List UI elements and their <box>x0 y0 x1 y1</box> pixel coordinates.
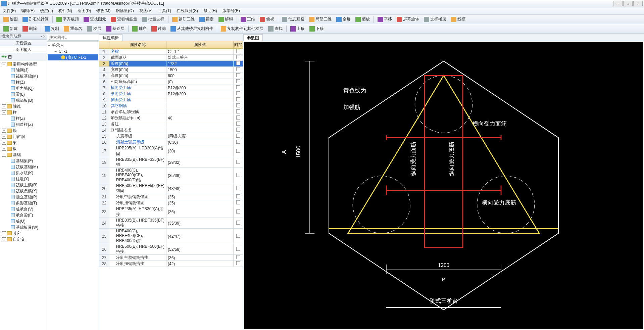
toolbar-button[interactable]: 基础层 <box>104 25 127 33</box>
toolbar-button[interactable]: 三维 <box>239 16 257 23</box>
minimize-button[interactable]: — <box>613 1 623 6</box>
property-value[interactable] <box>166 109 234 115</box>
grid-row[interactable]: 25HRB400(C), HRBF400(CF), RRB400(D)搭(42/… <box>99 229 243 244</box>
checkbox[interactable] <box>236 79 240 83</box>
checkbox[interactable] <box>236 67 240 71</box>
property-value[interactable]: (42) <box>166 261 234 267</box>
toolbar-button[interactable]: 复制构件到其他楼层 <box>219 25 265 33</box>
toolbar-button[interactable]: 复制 <box>43 25 61 33</box>
toolbar-button[interactable]: 下移 <box>307 25 326 33</box>
checkbox[interactable] <box>236 247 240 251</box>
property-value[interactable]: (35) <box>166 194 234 200</box>
property-value[interactable]: 1500 <box>166 67 234 73</box>
grid-row[interactable]: 5高度(mm)600 <box>99 73 243 79</box>
tree-leaf[interactable]: 筏板基础(M) <box>1 73 46 79</box>
checkbox[interactable] <box>236 85 240 89</box>
expand-icon[interactable]: + <box>2 104 6 108</box>
tree-node[interactable]: −柱 <box>1 109 46 115</box>
tree-leaf[interactable]: 条形基础(T) <box>1 200 46 206</box>
property-value[interactable]: (0) <box>166 79 234 85</box>
grid-row[interactable]: 11承台单边加强筋 <box>99 109 243 115</box>
property-value[interactable]: 阶式三桩台 <box>166 55 234 61</box>
menu-item[interactable]: 在线服务(S) <box>175 7 199 14</box>
toolbar-button[interactable]: 上移 <box>288 25 307 33</box>
tree-leaf[interactable]: 柱(Z) <box>1 115 46 122</box>
toolbar-button[interactable]: 线框 <box>449 16 467 23</box>
grid-row[interactable]: 3长度(mm)1732 <box>99 61 243 67</box>
menu-item[interactable]: 工具(T) <box>157 7 172 14</box>
tree-leaf[interactable]: 筏板负筋(X) <box>1 188 46 194</box>
grid-row[interactable]: 22冷轧扭钢筋锚固(35) <box>99 200 243 206</box>
property-value[interactable]: (35/39) <box>166 218 234 229</box>
grid-row[interactable]: 28冷轧扭钢筋搭接(42) <box>99 261 243 267</box>
grid-row[interactable]: 19HRB400(C), HRBF400(CF), RRB400(D)锚(35/… <box>99 168 243 183</box>
toolbar-button[interactable]: 查找 <box>266 25 285 33</box>
checkbox[interactable] <box>236 255 240 259</box>
property-value[interactable] <box>166 103 234 109</box>
toolbar-button[interactable]: 动态观察 <box>280 16 306 23</box>
property-value[interactable]: (42/47) <box>166 229 234 244</box>
grid-row[interactable]: 17HPB235(A), HPB300(A)锚固(30) <box>99 145 243 157</box>
close-button[interactable]: ✕ <box>633 1 643 6</box>
checkbox[interactable] <box>236 91 240 95</box>
grid-row[interactable]: 8纵向受力筋B12@200 <box>99 91 243 97</box>
tree-leaf[interactable]: 独立基础(P) <box>1 194 46 200</box>
tree-leaf[interactable]: 筏板主筋(R) <box>1 182 46 188</box>
tree-node[interactable]: +轴线 <box>1 103 46 109</box>
checkbox[interactable] <box>236 234 240 238</box>
property-value[interactable]: 1732 <box>166 61 234 67</box>
tree-leaf[interactable]: 桩承台(V) <box>1 206 46 212</box>
expand-icon[interactable]: + <box>2 141 6 145</box>
menu-item[interactable]: 绘图(D) <box>76 7 93 14</box>
checkbox[interactable] <box>236 186 240 190</box>
expand-icon[interactable]: − <box>2 153 6 157</box>
checkbox[interactable] <box>236 200 240 204</box>
property-value[interactable]: (四级抗震) <box>166 133 234 139</box>
toolbar-button[interactable]: 全屏 <box>334 16 353 23</box>
property-value[interactable]: (30) <box>166 145 234 157</box>
toolbar-button[interactable]: 屏幕旋转 <box>395 16 421 23</box>
checkbox[interactable] <box>236 134 240 138</box>
menu-item[interactable]: 帮助(H) <box>202 7 218 14</box>
checkbox[interactable] <box>236 103 240 107</box>
toolbar-button[interactable]: 查找图元 <box>82 16 108 23</box>
grid-row[interactable]: 6相对底标高(m)(0) <box>99 79 243 85</box>
toolbar-button[interactable]: Σ 汇总计算 <box>20 16 51 23</box>
property-value[interactable]: (36) <box>166 255 234 261</box>
grid-row[interactable]: 13备注 <box>99 121 243 127</box>
tree-leaf[interactable]: 现浇板(B) <box>1 97 46 103</box>
toolbar-button[interactable]: 缩放 <box>353 16 372 23</box>
checkbox[interactable] <box>236 55 240 59</box>
toolbar-button[interactable]: 排序 <box>130 25 149 33</box>
property-value[interactable]: 600 <box>166 73 234 79</box>
toolbar-button[interactable]: 重命名 <box>62 25 84 33</box>
nav-tab-settings[interactable]: 工程设置 <box>0 40 47 46</box>
tree-node[interactable]: +门窗洞 <box>1 134 46 140</box>
tree-leaf[interactable]: 轴网(J) <box>1 67 46 73</box>
expand-icon[interactable]: + <box>2 135 6 139</box>
property-value[interactable]: CT-1-1 <box>166 49 234 55</box>
tree-node[interactable]: +其它 <box>1 230 46 236</box>
group-expand-icon[interactable]: ⊟ <box>111 128 115 132</box>
tree-leaf[interactable]: 桩(U) <box>1 218 46 224</box>
toolbar-button[interactable]: 解锁 <box>216 16 235 23</box>
grid-row[interactable]: 16混凝土强度等级(C30) <box>99 139 243 145</box>
toolbar-button[interactable]: 楼层 <box>85 25 103 33</box>
grid-row[interactable]: 10其它钢筋 <box>99 103 243 109</box>
checkbox[interactable] <box>236 149 240 153</box>
menu-item[interactable]: 楼层(L) <box>39 7 54 14</box>
tree-leaf[interactable]: 承台梁(F) <box>1 212 46 218</box>
grid-row[interactable]: 1名称CT-1-1 <box>99 49 243 55</box>
property-value[interactable]: (35/39) <box>166 168 234 183</box>
checkbox[interactable] <box>236 115 240 120</box>
tree-leaf[interactable]: 集水坑(K) <box>1 170 46 176</box>
menu-item[interactable]: 视图(V) <box>138 7 154 14</box>
property-value[interactable] <box>166 127 234 133</box>
toolbar-button[interactable]: 锁定 <box>197 16 216 23</box>
property-value[interactable]: (C30) <box>166 139 234 145</box>
toolbar-button[interactable]: 新建 <box>1 25 20 33</box>
checkbox[interactable] <box>236 194 240 198</box>
toolbar-button[interactable]: 平移 <box>376 16 394 23</box>
grid-row[interactable]: 2截面形状阶式三桩台 <box>99 55 243 61</box>
checkbox[interactable] <box>236 73 240 77</box>
